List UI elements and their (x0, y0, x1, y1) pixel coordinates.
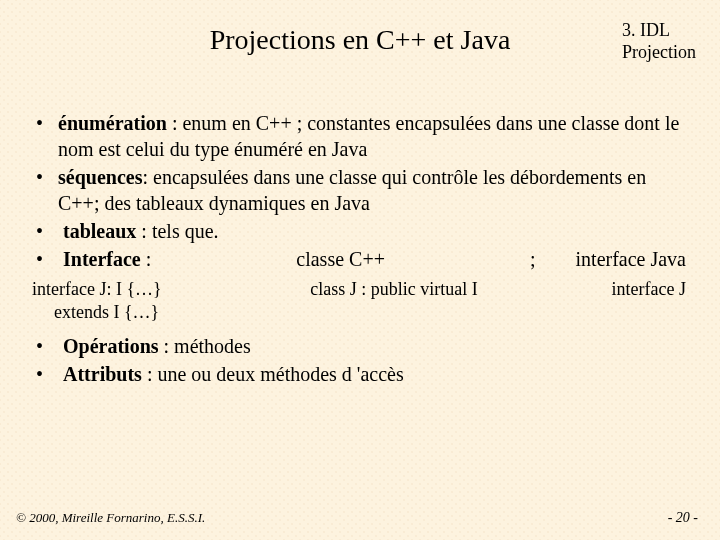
bullet-tableaux: tableaux : tels que. (30, 218, 690, 244)
section-line1: 3. IDL (622, 20, 696, 42)
bullet-interface-bold: Interface (63, 248, 141, 270)
header: Projections en C++ et Java 3. IDL Projec… (30, 18, 690, 74)
bullet-interface: Interface : classe C++ ; interface Java (30, 246, 690, 272)
bullet-sequences: séquences: encapsulées dans une classe q… (30, 164, 690, 216)
content: énumération : enum en C++ ; constantes e… (30, 110, 690, 387)
bullet-list-2: Opérations : méthodes Attributs : une ou… (30, 333, 690, 387)
bullet-interface-mid: classe C++ (151, 246, 530, 272)
footer-page-number: - 20 - (668, 510, 698, 526)
bullet-enum: énumération : enum en C++ ; constantes e… (30, 110, 690, 162)
footer-copyright: © 2000, Mireille Fornarino, E.S.S.I. (16, 510, 205, 526)
code-java: interface J (536, 278, 690, 325)
bullet-attributs-bold: Attributs (63, 363, 142, 385)
section-line2: Projection (622, 42, 696, 64)
bullet-tableaux-text: : tels que. (136, 220, 218, 242)
bullet-operations: Opérations : méthodes (30, 333, 690, 359)
bullet-tableaux-bold: tableaux (63, 220, 136, 242)
code-row: interface J: I {…} extends I {…} class J… (30, 278, 690, 325)
bullet-operations-bold: Opérations (63, 335, 159, 357)
bullet-list: énumération : enum en C++ ; constantes e… (30, 110, 690, 272)
bullet-interface-after: : (141, 248, 152, 270)
bullet-attributs: Attributs : une ou deux méthodes d 'accè… (30, 361, 690, 387)
bullet-enum-bold: énumération (58, 112, 167, 134)
code-idl-l1: interface J: I {…} (32, 278, 252, 301)
bullet-sequences-text: : encapsulées dans une classe qui contrô… (58, 166, 646, 214)
bullet-attributs-text: : une ou deux méthodes d 'accès (142, 363, 404, 385)
slide: Projections en C++ et Java 3. IDL Projec… (0, 0, 720, 540)
bullet-interface-right: interface Java (576, 246, 686, 272)
code-cpp: class J : public virtual I (252, 278, 536, 325)
code-idl-l2: extends I {…} (32, 301, 252, 324)
section-label: 3. IDL Projection (622, 20, 696, 63)
slide-title: Projections en C++ et Java (30, 18, 690, 56)
bullet-operations-text: : méthodes (159, 335, 251, 357)
code-idl: interface J: I {…} extends I {…} (32, 278, 252, 325)
bullet-interface-sep: ; (530, 246, 576, 272)
bullet-sequences-bold: séquences (58, 166, 142, 188)
